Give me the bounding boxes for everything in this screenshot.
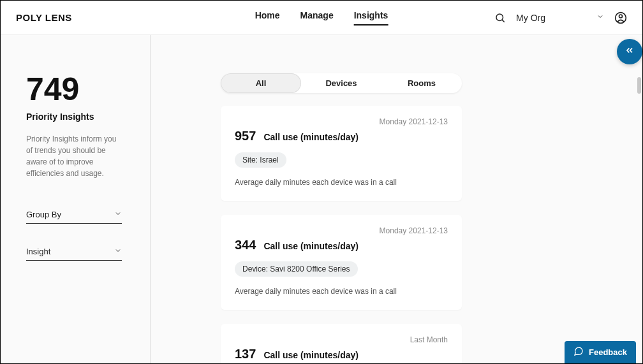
search-icon[interactable]	[494, 12, 506, 24]
top-bar: POLY LENS Home Manage Insights My Org	[1, 1, 642, 35]
chevron-down-icon	[114, 247, 122, 256]
insight-select[interactable]: Insight	[26, 247, 122, 261]
card-value: 137	[235, 347, 256, 361]
user-icon[interactable]	[614, 11, 627, 24]
sidebar-description: Priority Insights inform you of trends y…	[26, 133, 122, 179]
card-chip: Device: Savi 8200 Office Series	[235, 261, 358, 277]
card-title: Call use (minutes/day)	[263, 350, 358, 360]
card-chip: Site: Israel	[235, 152, 286, 168]
feedback-button[interactable]: Feedback	[565, 341, 636, 363]
sidebar: 749 Priority Insights Priority Insights …	[1, 35, 151, 363]
card-value: 957	[235, 129, 256, 143]
nav-home[interactable]: Home	[255, 10, 280, 25]
svg-point-3	[619, 15, 623, 18]
insight-card[interactable]: Last Month 137 Call use (minutes/day) De…	[221, 324, 462, 363]
tab-rooms[interactable]: Rooms	[381, 73, 462, 93]
insight-label: Insight	[26, 247, 50, 256]
scrollbar-thumb[interactable]	[637, 77, 641, 94]
chevron-double-left-icon	[625, 45, 635, 58]
svg-point-0	[496, 14, 503, 21]
card-date: Last Month	[235, 335, 448, 344]
chevron-down-icon	[114, 210, 122, 219]
card-description: Average daily minutes each device was in…	[235, 287, 448, 296]
tab-all[interactable]: All	[221, 73, 301, 93]
card-title: Call use (minutes/day)	[263, 241, 358, 251]
group-by-select[interactable]: Group By	[26, 210, 122, 224]
org-label: My Org	[516, 13, 545, 23]
nav-insights[interactable]: Insights	[354, 10, 388, 25]
nav-manage[interactable]: Manage	[300, 10, 334, 25]
feedback-label: Feedback	[589, 347, 627, 357]
collapse-panel-button[interactable]	[617, 39, 642, 64]
svg-line-1	[502, 20, 504, 22]
priority-insights-count: 749	[26, 73, 137, 105]
org-selector[interactable]: My Org	[516, 13, 604, 23]
filter-tabs: All Devices Rooms	[221, 73, 462, 93]
chat-icon	[573, 346, 584, 358]
insight-card[interactable]: Monday 2021-12-13 344 Call use (minutes/…	[221, 215, 462, 310]
card-date: Monday 2021-12-13	[235, 117, 448, 126]
tab-devices[interactable]: Devices	[301, 73, 381, 93]
insight-card[interactable]: Monday 2021-12-13 957 Call use (minutes/…	[221, 106, 462, 201]
main-content: All Devices Rooms Monday 2021-12-13 957 …	[151, 35, 642, 363]
primary-nav: Home Manage Insights	[255, 10, 388, 25]
card-title: Call use (minutes/day)	[263, 132, 358, 142]
logo: POLY LENS	[16, 12, 72, 23]
card-date: Monday 2021-12-13	[235, 226, 448, 235]
sidebar-title: Priority Insights	[26, 112, 137, 122]
group-by-label: Group By	[26, 210, 61, 219]
card-value: 344	[235, 238, 256, 252]
chevron-down-icon	[596, 13, 604, 22]
card-description: Average daily minutes each device was in…	[235, 178, 448, 187]
